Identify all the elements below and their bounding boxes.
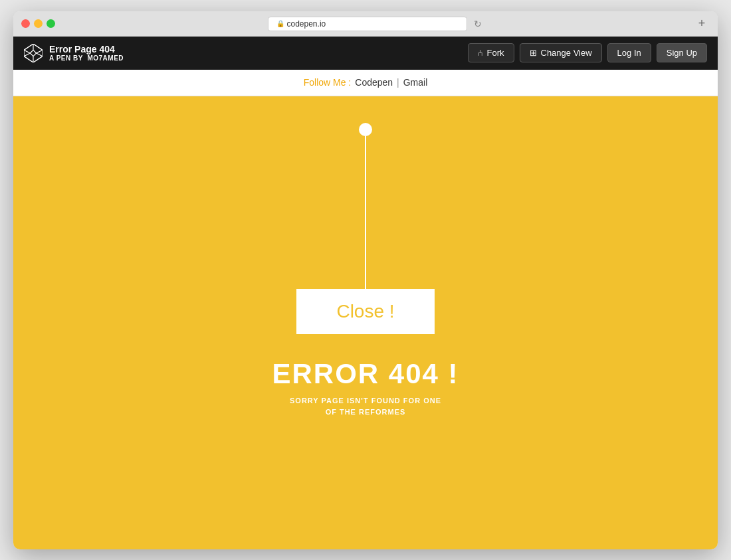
fork-icon: ⑃ bbox=[478, 48, 483, 58]
change-view-button[interactable]: ⊞ Change View bbox=[520, 43, 602, 62]
codepen-logo-icon bbox=[24, 44, 43, 62]
pendulum-line bbox=[365, 136, 366, 289]
main-content: Close ! ERROR 404 ! SORRY PAGE ISN'T FOU… bbox=[13, 96, 718, 549]
login-button[interactable]: Log In bbox=[607, 43, 651, 62]
pen-details: Error Page 404 A PEN BY MO7AMED bbox=[49, 44, 124, 62]
signup-button[interactable]: Sign Up bbox=[657, 43, 707, 62]
error-subtitle: SORRY PAGE ISN'T FOUND FOR ONE OF THE RE… bbox=[272, 395, 459, 419]
lock-icon: 🔒 bbox=[276, 20, 284, 27]
refresh-button[interactable]: ↻ bbox=[474, 19, 482, 29]
gmail-link[interactable]: Gmail bbox=[403, 77, 428, 88]
browser-window: 🔒 codepen.io ↻ + Error Page 404 A PEN BY… bbox=[13, 11, 718, 549]
pen-info: Error Page 404 A PEN BY MO7AMED bbox=[24, 44, 468, 62]
url-input[interactable]: 🔒 codepen.io bbox=[268, 17, 467, 31]
close-traffic-light[interactable] bbox=[21, 19, 30, 28]
traffic-lights bbox=[21, 19, 55, 28]
nav-buttons: ⑃ Fork ⊞ Change View Log In Sign Up bbox=[468, 43, 708, 62]
codepen-link[interactable]: Codepen bbox=[355, 77, 393, 88]
change-view-icon: ⊞ bbox=[530, 48, 537, 58]
codepen-navbar: Error Page 404 A PEN BY MO7AMED ⑃ Fork ⊞… bbox=[13, 37, 718, 70]
title-bar: 🔒 codepen.io ↻ + bbox=[13, 11, 718, 37]
fork-button[interactable]: ⑃ Fork bbox=[468, 43, 514, 62]
follow-bar: Follow Me : Codepen | Gmail bbox=[13, 70, 718, 96]
url-text: codepen.io bbox=[287, 19, 326, 29]
pendulum-ball bbox=[359, 123, 372, 136]
pen-title: Error Page 404 bbox=[49, 44, 124, 54]
minimize-traffic-light[interactable] bbox=[34, 19, 43, 28]
maximize-traffic-light[interactable] bbox=[47, 19, 55, 28]
close-button[interactable]: Close ! bbox=[296, 289, 434, 334]
new-tab-button[interactable]: + bbox=[694, 16, 710, 32]
pen-author: A PEN BY MO7AMED bbox=[49, 54, 124, 62]
pendulum-container: Close ! bbox=[296, 123, 434, 334]
follow-divider: | bbox=[397, 77, 399, 88]
follow-label: Follow Me : bbox=[304, 77, 352, 88]
address-bar: 🔒 codepen.io ↻ bbox=[60, 17, 688, 31]
error-section: ERROR 404 ! SORRY PAGE ISN'T FOUND FOR O… bbox=[272, 358, 459, 419]
error-title: ERROR 404 ! bbox=[272, 358, 459, 390]
